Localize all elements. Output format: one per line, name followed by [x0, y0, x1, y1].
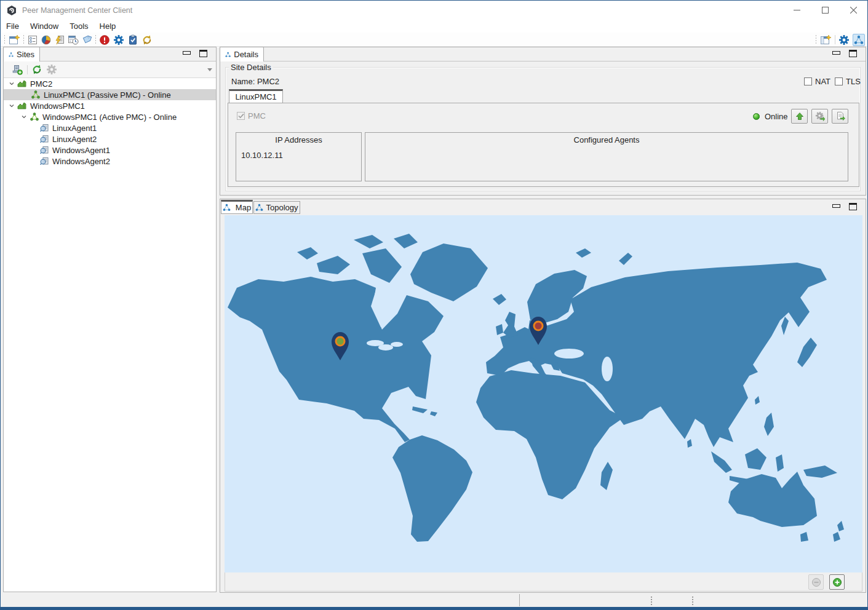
tasks-clipboard-button[interactable] — [127, 34, 139, 46]
tree-row-windowsagent2[interactable]: WindowsAgent2 — [4, 156, 216, 167]
toolbar-grip — [95, 34, 97, 45]
sync-button[interactable] — [141, 34, 153, 46]
map-maximize-icon[interactable] — [849, 203, 857, 210]
pmc-perspective-button[interactable] — [853, 34, 865, 46]
status-divider — [519, 594, 520, 606]
menubar: File Window Tools Help — [1, 20, 867, 33]
tab-topology[interactable]: Topology — [253, 201, 300, 214]
refresh-button[interactable] — [31, 63, 43, 76]
start-pmc-button[interactable] — [791, 109, 808, 124]
tree-row-linuxpmc1[interactable]: LinuxPMC1 (Passive PMC) - Online — [4, 89, 216, 100]
power-job-icon — [54, 34, 65, 46]
expander-icon[interactable] — [9, 81, 15, 87]
site-name-label: Name: PMC2 — [231, 77, 279, 86]
toolbar-grip — [4, 34, 6, 45]
tab-map[interactable]: Map — [221, 200, 253, 214]
tree-row-windowspmc1[interactable]: WindowsPMC1 — [4, 100, 216, 111]
site-icon — [17, 79, 27, 89]
configured-agents-box[interactable]: Configured Agents — [365, 132, 848, 181]
ip-addresses-box[interactable]: IP Addresses 10.10.12.11 — [236, 132, 362, 181]
menu-tools[interactable]: Tools — [64, 20, 94, 32]
tab-details[interactable]: Details — [220, 47, 264, 61]
menu-help[interactable]: Help — [94, 20, 122, 32]
details-minimize-icon[interactable] — [832, 51, 840, 55]
edit-configuration-button[interactable] — [811, 109, 828, 124]
pmc-checkbox-label: PMC — [248, 111, 266, 121]
menu-window[interactable]: Window — [25, 20, 64, 32]
gear-disabled-icon — [46, 64, 57, 75]
details-maximize-icon[interactable] — [849, 50, 857, 57]
tree-row-pmc2[interactable]: PMC2 — [4, 78, 216, 89]
tree-row-windowsagent1[interactable]: WindowsAgent1 — [4, 145, 216, 156]
open-perspective-icon — [820, 34, 831, 46]
window-bottom-border — [1, 607, 867, 609]
network-triangle-icon — [9, 50, 14, 59]
tree-label: WindowsAgent1 — [52, 146, 110, 155]
expander-icon[interactable] — [9, 103, 15, 109]
map-minimize-icon[interactable] — [832, 204, 840, 208]
pmc-detail-pane: PMC Online — [228, 103, 859, 187]
tag-icon — [81, 34, 92, 46]
alerts-button[interactable] — [98, 34, 111, 46]
status-bar — [1, 593, 867, 608]
toolbar-separator — [27, 65, 28, 74]
arrow-up-icon — [795, 112, 804, 121]
menu-file[interactable]: File — [1, 20, 25, 32]
power-job-button[interactable] — [54, 34, 66, 46]
network-triangle-icon — [854, 35, 864, 45]
perspective-gear-button[interactable] — [838, 34, 850, 46]
minimize-button[interactable] — [782, 1, 811, 20]
schedule-button[interactable] — [67, 34, 79, 46]
check-icon — [238, 113, 244, 119]
maximize-button[interactable] — [811, 1, 839, 20]
add-site-button[interactable] — [11, 63, 23, 76]
pmc-checkbox[interactable]: PMC — [237, 111, 266, 121]
expander-icon[interactable] — [21, 114, 27, 120]
tree-row-linuxagent2[interactable]: LinuxAgent2 — [4, 133, 216, 145]
zoom-out-button[interactable] — [808, 574, 824, 590]
chevron-down-icon — [207, 67, 213, 72]
site-settings-button[interactable] — [46, 63, 58, 76]
world-map[interactable] — [225, 215, 862, 572]
tls-checkbox[interactable]: TLS — [835, 77, 861, 86]
pmc-checkbox-box — [237, 112, 245, 120]
online-status-label: Online — [765, 112, 788, 121]
sites-tabbar: Sites — [4, 47, 216, 61]
refresh-icon — [31, 64, 42, 75]
network-triangle-icon — [225, 50, 231, 59]
analytics-pie-icon — [41, 34, 52, 46]
tree-row-linuxagent1[interactable]: LinuxAgent1 — [4, 122, 216, 133]
sync-arrows-icon — [141, 34, 153, 46]
app-window: Peer Management Center Client File Windo… — [0, 0, 868, 610]
zoom-in-button[interactable] — [829, 574, 845, 590]
tab-sites[interactable]: Sites — [3, 47, 40, 61]
view-menu-button[interactable] — [204, 63, 216, 76]
world-map-svg — [225, 215, 862, 572]
titlebar: Peer Management Center Client — [1, 1, 867, 20]
gear-arrow-icon — [815, 111, 825, 121]
nat-checkbox[interactable]: NAT — [804, 77, 830, 86]
tls-checkbox-box[interactable] — [835, 77, 843, 85]
tree-row-windowspmc1-active[interactable]: WindowsPMC1 (Active PMC) - Online — [4, 111, 216, 122]
tag-button[interactable] — [81, 34, 93, 46]
view-list-button[interactable] — [26, 34, 39, 46]
tab-topology-label: Topology — [266, 203, 298, 212]
open-perspective-button[interactable] — [819, 34, 832, 46]
new-window-button[interactable] — [8, 34, 20, 46]
new-window-icon — [9, 34, 20, 46]
sites-minimize-icon[interactable] — [183, 51, 191, 55]
nat-checkbox-box[interactable] — [804, 77, 812, 85]
gear-icon — [838, 34, 850, 46]
close-button[interactable] — [839, 1, 867, 20]
agent-icon — [39, 134, 49, 144]
tab-sites-label: Sites — [17, 50, 34, 59]
details-tabbar: Details — [220, 47, 866, 61]
ip-addresses-header: IP Addresses — [236, 133, 361, 145]
sites-maximize-icon[interactable] — [199, 50, 207, 57]
tab-linuxpmc1[interactable]: LinuxPMC1 — [229, 89, 283, 103]
export-log-button[interactable] — [832, 109, 848, 124]
main-toolbar — [1, 33, 867, 47]
preferences-gear-button[interactable] — [113, 34, 125, 46]
analytics-pie-button[interactable] — [40, 34, 52, 46]
status-grip — [651, 596, 652, 606]
